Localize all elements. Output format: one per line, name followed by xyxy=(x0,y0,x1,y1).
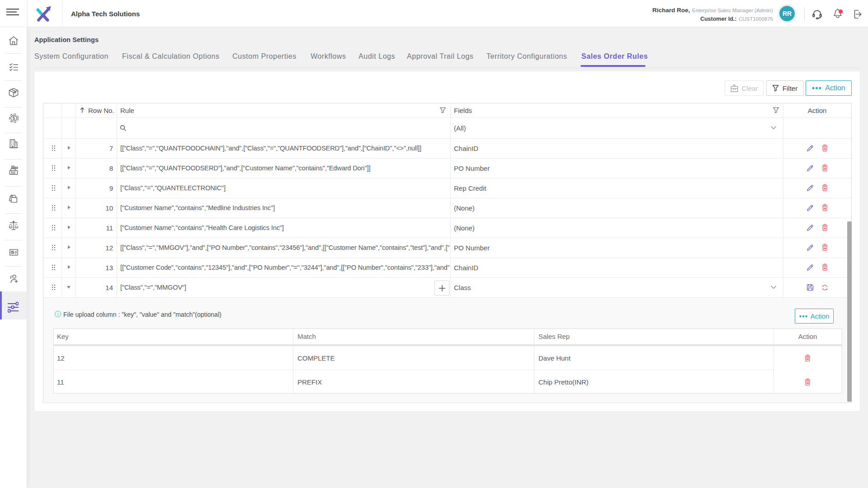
svg-text:C: C xyxy=(15,223,18,228)
svg-text:$: $ xyxy=(13,116,15,121)
svg-text:D: D xyxy=(9,223,12,228)
